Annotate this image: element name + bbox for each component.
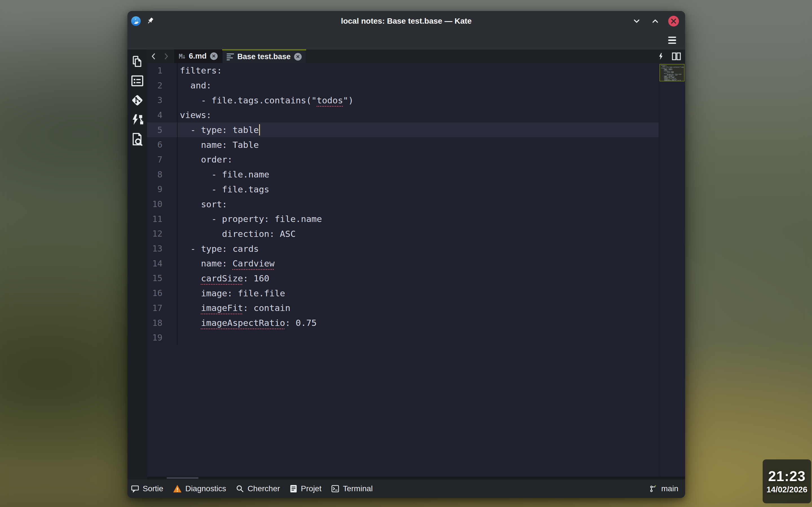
line-number: 13	[147, 241, 177, 256]
hamburger-menu-icon[interactable]	[666, 35, 678, 46]
search-icon	[236, 485, 244, 493]
line-number: 16	[147, 286, 177, 300]
line-number: 8	[147, 167, 177, 182]
code-text: - file.tags.contains("todos")	[177, 93, 659, 108]
code-text: sort:	[177, 196, 659, 212]
code-line-3[interactable]: 3 - file.tags.contains("todos")	[147, 93, 659, 108]
code-line-6[interactable]: 6 name: Table	[147, 137, 659, 152]
search-pane-button[interactable]: Chercher	[236, 484, 280, 493]
minimap-viewport[interactable]: filters: and: - file.tags.contains("todo…	[659, 64, 684, 81]
code-line-4[interactable]: 4views:	[147, 108, 659, 122]
project-pane-label: Projet	[301, 484, 321, 493]
code-line-1[interactable]: 1filters:	[147, 63, 659, 78]
code-line-5[interactable]: 5 - type: table	[147, 122, 659, 137]
code-text: - type: table	[177, 122, 659, 137]
line-number: 6	[147, 137, 177, 152]
status-bar: Sortie Diagnostics Chercher Projet	[128, 480, 685, 498]
code-line-2[interactable]: 2 and:	[147, 78, 659, 93]
code-text: name: Table	[177, 137, 659, 152]
clock-time: 21:23	[768, 469, 806, 483]
code-line-8[interactable]: 8 - file.name	[147, 167, 659, 182]
code-line-9[interactable]: 9 - file.tags	[147, 182, 659, 197]
line-number: 1	[147, 63, 177, 78]
tool-sidebar	[128, 49, 147, 480]
project-pane-button[interactable]: Projet	[290, 484, 321, 493]
text-cursor	[259, 124, 260, 135]
code-line-7[interactable]: 7 order:	[147, 152, 659, 167]
tab-base-test-base[interactable]: Base test.base ✕	[222, 49, 306, 63]
tab-close-icon[interactable]: ✕	[210, 52, 218, 60]
code-line-11[interactable]: 11 - property: file.name	[147, 212, 659, 226]
code-text: cardSize: 160	[177, 271, 659, 286]
code-line-16[interactable]: 16 image: file.file	[147, 286, 659, 300]
close-button[interactable]	[668, 16, 679, 26]
line-number: 15	[147, 271, 177, 286]
line-number: 12	[147, 226, 177, 241]
markdown-icon: M↓	[179, 53, 186, 60]
code-text	[177, 330, 659, 345]
code-text: and:	[177, 78, 659, 93]
titlebar[interactable]: local notes: Base test.base — Kate	[128, 11, 685, 31]
line-number: 19	[147, 330, 177, 345]
tab-close-icon[interactable]: ✕	[294, 53, 302, 61]
code-line-12[interactable]: 12 direction: ASC	[147, 226, 659, 241]
search-in-file-icon[interactable]	[128, 129, 147, 149]
pin-icon[interactable]	[146, 17, 154, 25]
project-icon	[290, 485, 297, 493]
code-text: filters:	[177, 63, 659, 78]
tab-bar: M↓ 6.md ✕ Base test.base ✕	[147, 49, 685, 63]
git-icon[interactable]	[128, 91, 147, 110]
clock-date: 14/02/2026	[766, 486, 807, 494]
tab-label: Base test.base	[238, 52, 291, 61]
git-branch-label: main	[661, 484, 678, 493]
editor[interactable]: 1filters:2 and:3 - file.tags.contains("t…	[147, 63, 659, 476]
code-text: views:	[177, 108, 659, 122]
speech-bubble-icon	[131, 485, 139, 493]
code-line-17[interactable]: 17 imageFit: contain	[147, 300, 659, 316]
code-text: - file.name	[177, 167, 659, 182]
documents-icon[interactable]	[128, 52, 147, 71]
tab-back-button[interactable]	[150, 52, 157, 60]
diagnostics-pane-button[interactable]: Diagnostics	[173, 484, 226, 493]
code-text: imageAspectRatio: 0.75	[177, 316, 659, 330]
tab-label: 6.md	[189, 52, 207, 61]
tab-6md[interactable]: M↓ 6.md ✕	[174, 49, 222, 63]
line-number: 10	[147, 196, 177, 212]
minimize-button[interactable]	[631, 15, 642, 27]
output-pane-button[interactable]: Sortie	[131, 484, 163, 493]
scrollbar-thumb[interactable]	[167, 477, 199, 479]
editor-lines: 1filters:2 and:3 - file.tags.contains("t…	[147, 63, 659, 345]
maximize-button[interactable]	[650, 15, 661, 27]
git-branch-indicator[interactable]: main	[649, 484, 678, 493]
code-line-14[interactable]: 14 name: Cardview	[147, 256, 659, 271]
code-line-19[interactable]: 19	[147, 330, 659, 345]
split-view-icon[interactable]	[672, 52, 681, 61]
warning-icon	[173, 485, 182, 493]
code-text: imageFit: contain	[177, 300, 659, 316]
code-text: - file.tags	[177, 182, 659, 197]
code-line-10[interactable]: 10 sort:	[147, 196, 659, 212]
code-text: direction: ASC	[177, 226, 659, 241]
git-branch-icon	[649, 485, 658, 493]
code-line-13[interactable]: 13 - type: cards	[147, 241, 659, 256]
line-number: 11	[147, 212, 177, 226]
code-line-18[interactable]: 18 imageAspectRatio: 0.75	[147, 316, 659, 330]
commits-icon[interactable]	[128, 110, 147, 129]
minimap-content: filters: and: - file.tags.contains("todo…	[660, 64, 684, 81]
quick-actions-icon[interactable]	[658, 52, 664, 60]
code-text: name: Cardview	[177, 256, 659, 271]
code-text: - property: file.name	[177, 212, 659, 226]
code-text: - type: cards	[177, 241, 659, 256]
terminal-pane-button[interactable]: Terminal	[331, 484, 373, 493]
tab-forward-button[interactable]	[163, 52, 170, 60]
code-line-15[interactable]: 15 cardSize: 160	[147, 271, 659, 286]
minimap-scrollbar[interactable]: filters: and: - file.tags.contains("todo…	[659, 63, 685, 476]
line-number: 17	[147, 300, 177, 316]
line-number: 9	[147, 182, 177, 197]
symbols-list-icon[interactable]	[128, 71, 147, 91]
horizontal-scrollbar[interactable]	[147, 476, 685, 480]
text-document-icon	[227, 54, 234, 60]
output-pane-label: Sortie	[143, 484, 163, 493]
line-number: 2	[147, 78, 177, 93]
clock-widget: 21:23 14/02/2026	[763, 459, 811, 503]
